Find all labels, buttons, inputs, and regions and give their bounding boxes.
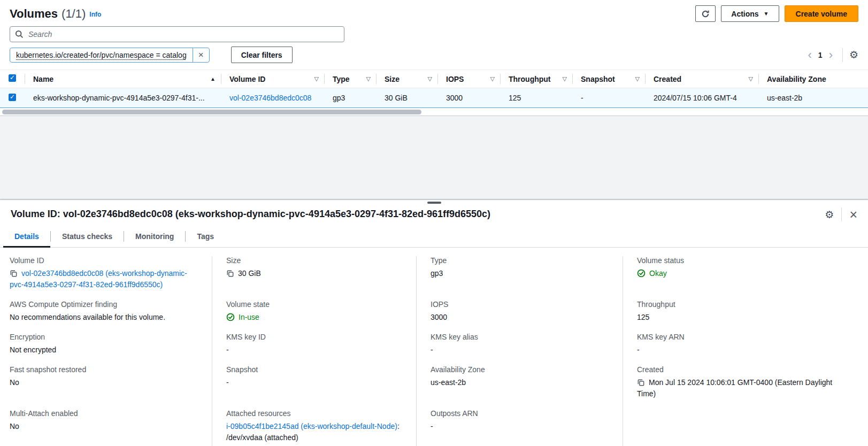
volumes-table: Name▲ Volume ID▽ Type▽ Size▽ IOPS▽ Throu… [0, 70, 868, 108]
field-outposts-arn: Outposts ARN - [416, 409, 623, 446]
volume-id-link[interactable]: vol-02e3746bd8edc0c08 [229, 94, 311, 102]
column-header-size[interactable]: Size▽ [376, 70, 437, 88]
field-fast-snapshot-restored: Fast snapshot restored No [10, 365, 212, 409]
column-filter-icon: ▽ [563, 75, 567, 82]
filter-token[interactable]: kubernetes.io/created-for/pvc/namespace … [10, 48, 210, 63]
filter-token-label: kubernetes.io/created-for/pvc/namespace … [10, 48, 193, 62]
row-iops-cell: 3000 [437, 88, 500, 108]
clear-filters-button[interactable]: Clear filters [231, 47, 293, 63]
empty-cell [623, 409, 855, 446]
actions-button-label: Actions [731, 10, 758, 18]
info-link[interactable]: Info [89, 11, 101, 18]
field-snapshot: Snapshot - [212, 365, 416, 409]
volume-id-detail-link[interactable]: vol-02e3746bd8edc0c08 (eks-workshop-dyna… [10, 269, 187, 289]
search-box [10, 26, 344, 42]
copy-icon[interactable] [637, 379, 645, 387]
horizontal-scrollbar-thumb[interactable] [2, 110, 421, 114]
select-all-checkbox[interactable] [9, 74, 16, 82]
attached-device: /dev/xvdaa (attached) [226, 432, 403, 443]
volume-status-value: Okay [649, 268, 667, 279]
row-checkbox-cell[interactable] [0, 88, 25, 108]
row-volume-id-cell: vol-02e3746bd8edc0c08 [221, 88, 324, 108]
row-created-cell: 2024/07/15 10:06 GMT-4 [645, 88, 758, 108]
page-title: Volumes [10, 7, 58, 21]
field-kms-key-id: KMS key ID - [212, 333, 416, 365]
column-header-availability-zone[interactable]: Availability Zone [758, 70, 868, 88]
divider [842, 48, 843, 62]
tab-tags[interactable]: Tags [186, 226, 225, 247]
clear-filters-label: Clear filters [241, 51, 282, 59]
field-volume-state: Volume state In-use [212, 300, 416, 333]
search-icon [15, 30, 24, 39]
copy-icon[interactable] [10, 270, 18, 278]
field-created: Created Mon Jul 15 2024 10:06:01 GMT-040… [623, 365, 855, 409]
status-in-use-icon [226, 313, 235, 321]
divider [841, 207, 842, 221]
horizontal-scrollbar[interactable] [0, 108, 868, 116]
column-header-created[interactable]: Created▽ [645, 70, 758, 88]
field-iops: IOPS 3000 [416, 300, 623, 333]
row-size-cell: 30 GiB [376, 88, 437, 108]
refresh-button[interactable] [695, 5, 716, 22]
previous-page-icon[interactable]: ‹ [805, 49, 815, 61]
split-panel-title: Volume ID: vol-02e3746bd8edc0c08 (eks-wo… [11, 207, 490, 220]
field-kms-key-alias: KMS key alias - [416, 333, 623, 365]
actions-button[interactable]: Actions ▼ [721, 5, 779, 22]
page-count: (1/1) [62, 7, 86, 21]
column-header-snapshot[interactable]: Snapshot▽ [572, 70, 645, 88]
attached-instance-link[interactable]: i-09b05c4f1be2145ad (eks-workshop-defaul… [226, 422, 397, 430]
field-type: Type gp3 [416, 256, 623, 300]
close-panel-icon[interactable]: × [849, 209, 857, 220]
column-filter-icon: ▽ [366, 75, 371, 82]
pagination: ‹ 1 › ⚙ [805, 48, 859, 62]
sort-ascending-icon: ▲ [210, 76, 216, 82]
row-throughput-cell: 125 [500, 88, 572, 108]
split-panel-drag-handle[interactable] [427, 202, 441, 204]
field-volume-status: Volume status Okay [623, 256, 855, 300]
copy-icon[interactable] [226, 270, 234, 278]
row-name-cell: eks-workshop-dynamic-pvc-4914a5e3-0297-4… [25, 88, 221, 108]
select-all-checkbox-cell[interactable] [0, 70, 25, 88]
search-input[interactable] [10, 26, 344, 42]
row-checkbox[interactable] [9, 94, 16, 101]
field-compute-optimizer: AWS Compute Optimizer finding No recomme… [10, 300, 212, 333]
field-throughput: Throughput 125 [623, 300, 855, 333]
row-snapshot-cell: - [572, 88, 645, 108]
field-availability-zone: Availability Zone us-east-2b [416, 365, 623, 409]
split-panel-header: Volume ID: vol-02e3746bd8edc0c08 (eks-wo… [0, 200, 868, 226]
status-okay-icon [637, 269, 646, 278]
current-page-number[interactable]: 1 [815, 51, 826, 59]
column-filter-icon: ▽ [490, 75, 495, 82]
table-header-row: Name▲ Volume ID▽ Type▽ Size▽ IOPS▽ Throu… [0, 70, 868, 88]
table-settings-gear-icon[interactable]: ⚙ [849, 50, 858, 60]
tab-monitoring[interactable]: Monitoring [124, 226, 185, 247]
tab-status-checks[interactable]: Status checks [51, 226, 124, 247]
row-availability-zone-cell: us-east-2b [758, 88, 868, 108]
column-header-volume-id[interactable]: Volume ID▽ [221, 70, 324, 88]
next-page-icon[interactable]: › [826, 49, 836, 61]
search-row [0, 22, 868, 42]
table-row[interactable]: eks-workshop-dynamic-pvc-4914a5e3-0297-4… [0, 88, 868, 108]
created-value: Mon Jul 15 2024 10:06:01 GMT-0400 (Easte… [637, 378, 832, 398]
tab-details[interactable]: Details [3, 226, 50, 247]
create-volume-button[interactable]: Create volume [785, 5, 858, 22]
field-volume-id: Volume ID vol-02e3746bd8edc0c08 (eks-wor… [10, 256, 212, 300]
volume-state-value: In-use [239, 312, 259, 323]
page-header: Volumes (1/1) Info Actions ▼ Create volu… [0, 0, 868, 22]
filter-row: kubernetes.io/created-for/pvc/namespace … [0, 42, 868, 63]
refresh-icon [701, 10, 710, 18]
column-filter-icon: ▽ [314, 75, 319, 82]
row-type-cell: gp3 [324, 88, 376, 108]
field-multi-attach: Multi-Attach enabled No [10, 409, 212, 446]
panel-preferences-gear-icon[interactable]: ⚙ [825, 210, 834, 220]
page-title-group: Volumes (1/1) Info [10, 7, 101, 21]
column-header-throughput[interactable]: Throughput▽ [500, 70, 572, 88]
field-attached-resources: Attached resources i-09b05c4f1be2145ad (… [212, 409, 416, 446]
details-content: Volume ID vol-02e3746bd8edc0c08 (eks-wor… [0, 248, 868, 446]
column-header-name[interactable]: Name▲ [25, 70, 221, 88]
filter-token-remove-icon[interactable]: × [193, 48, 209, 62]
column-header-type[interactable]: Type▽ [324, 70, 376, 88]
column-header-iops[interactable]: IOPS▽ [437, 70, 500, 88]
column-filter-icon: ▽ [428, 75, 432, 82]
toolbar: Actions ▼ Create volume [695, 5, 858, 22]
